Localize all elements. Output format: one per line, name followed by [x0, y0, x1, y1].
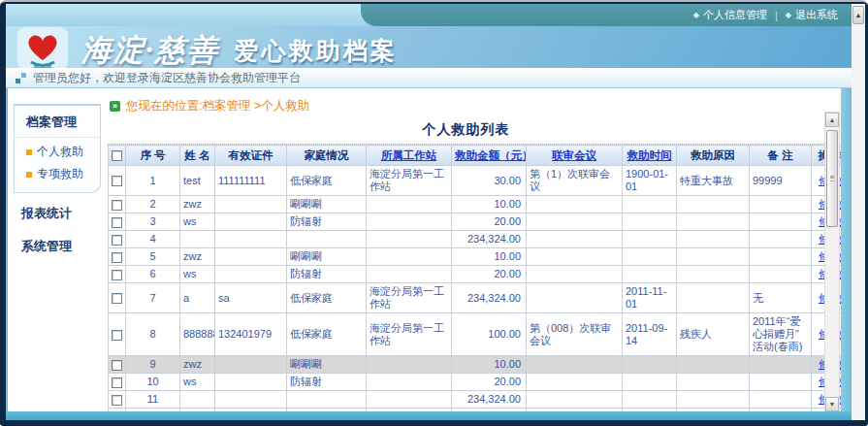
column-header: 备 注	[750, 146, 812, 166]
thumb-grip-icon	[830, 176, 834, 181]
cell-reason: 残疾人	[677, 313, 750, 356]
cell-no: 4	[126, 231, 180, 248]
cell-family	[287, 391, 367, 409]
cell-id	[215, 391, 287, 409]
cell-date	[623, 213, 677, 231]
column-header[interactable]: 所属工作站	[367, 146, 452, 166]
sidebar-item-personal-rescue[interactable]: 个人救助	[15, 138, 100, 160]
cell-no: 5	[126, 248, 180, 266]
profile-management-link[interactable]: ◆ 个人信息管理	[693, 8, 767, 22]
cell-date	[623, 196, 677, 213]
welcome-bar: 管理员您好，欢迎登录海淀区慈善协会救助管理平台	[6, 68, 852, 88]
row-checkbox[interactable]	[112, 330, 122, 341]
cell-family: 防辐射	[287, 213, 367, 231]
column-header[interactable]: 联审会议	[527, 146, 623, 166]
cell-meeting	[527, 248, 623, 266]
cell-name: ws	[180, 266, 215, 283]
main-content: » 您现在的位置:档案管理 >个人救助 个人救助列表 序 号姓 名有效证件家庭情…	[105, 88, 841, 412]
brand-title: 海淀·慈善	[81, 30, 219, 71]
column-header[interactable]: 救助时间	[623, 146, 677, 166]
profile-management-label: 个人信息管理	[703, 8, 767, 22]
page-scrollbar[interactable]: ▲	[852, 4, 865, 420]
cell-family: 低保家庭	[287, 166, 367, 196]
row-checkbox[interactable]	[112, 176, 122, 186]
cell-date	[623, 391, 677, 409]
row-checkbox[interactable]	[112, 360, 122, 371]
cell-reason	[677, 196, 750, 213]
table-scrollbar[interactable]: ▲ ▼	[824, 112, 840, 412]
page-scroll-up-icon[interactable]: ▲	[852, 6, 864, 24]
cell-amount: 20.00	[452, 266, 527, 283]
cell-amount: 20.00	[452, 374, 527, 391]
row-checkbox[interactable]	[112, 395, 122, 406]
cell-family: 防辐射	[287, 374, 367, 391]
cell-amount: 10.00	[452, 356, 527, 374]
sidebar-section-reports[interactable]: 报表统计	[8, 193, 105, 226]
welcome-squares-icon	[16, 73, 26, 83]
app-window: 海淀·慈善 爱心救助档案 ◆ 个人信息管理 | ◆ 退出系统 管理员您好，欢迎登…	[0, 0, 868, 426]
row-checkbox[interactable]	[112, 217, 122, 228]
cell-station: 海淀分局第一工作站	[367, 313, 452, 356]
cell-date	[623, 231, 677, 248]
sidebar-section-archive[interactable]: 档案管理	[15, 106, 100, 138]
scrollbar-thumb[interactable]	[826, 130, 838, 227]
window-frame-band	[841, 88, 852, 412]
cell-id	[215, 266, 287, 283]
cell-date	[623, 356, 677, 374]
row-checkbox[interactable]	[112, 252, 122, 263]
cell-id	[215, 231, 287, 248]
cell-name: zwz	[180, 356, 215, 374]
logout-link[interactable]: ◆ 退出系统	[786, 8, 838, 22]
cell-name: test	[180, 166, 215, 196]
cell-name: ws	[180, 213, 215, 231]
cell-meeting	[527, 356, 623, 374]
cell-name	[180, 231, 215, 248]
row-checkbox[interactable]	[112, 377, 122, 388]
cell-no: 9	[126, 356, 180, 374]
cell-reason	[677, 213, 750, 231]
cell-no: 7	[126, 283, 180, 313]
cell-note: 2011年“爱心捐赠月”活动(春雨)	[750, 313, 812, 356]
charity-heart-logo-icon	[17, 27, 68, 70]
cell-date	[623, 266, 677, 283]
cell-station	[367, 356, 452, 374]
cell-reason	[677, 231, 750, 248]
cell-family	[287, 231, 367, 248]
row-checkbox[interactable]	[112, 235, 122, 246]
cell-note	[750, 391, 812, 409]
cell-id	[215, 196, 287, 213]
column-header[interactable]: 救助金额（元）	[452, 146, 527, 166]
cell-amount: 234,324.00	[452, 231, 527, 248]
breadcrumb-arrow-icon: »	[110, 101, 120, 112]
row-checkbox[interactable]	[112, 200, 122, 211]
cell-station	[367, 196, 452, 213]
cell-date	[623, 374, 677, 391]
cell-amount: 10.00	[452, 248, 527, 266]
cell-note	[750, 266, 812, 283]
cell-meeting	[527, 196, 623, 213]
row-checkbox[interactable]	[112, 293, 122, 304]
cell-amount: 30.00	[452, 166, 527, 196]
scroll-up-icon[interactable]: ▲	[825, 113, 839, 127]
sidebar-section-system[interactable]: 系统管理	[8, 226, 105, 259]
cell-meeting: 第（008）次联审会议	[527, 313, 623, 356]
scroll-down-icon[interactable]: ▼	[825, 397, 839, 411]
cell-station	[367, 374, 452, 391]
table-row: 5zwz唰唰唰10.00修 改	[109, 248, 851, 266]
cell-reason	[677, 248, 750, 266]
row-checkbox[interactable]	[112, 270, 122, 280]
cell-id	[215, 213, 287, 231]
sidebar-archive-box: 档案管理 个人救助 专项救助	[14, 104, 101, 193]
table-row: 8888888132401979低保家庭海淀分局第一工作站100.00第（008…	[109, 313, 851, 356]
cell-station	[367, 248, 452, 266]
cell-reason: 特重大事故	[677, 166, 750, 196]
sidebar-item-special-rescue[interactable]: 专项救助	[15, 160, 100, 182]
cell-station	[367, 231, 452, 248]
cell-note: 99999	[750, 166, 812, 196]
cell-name: 888888	[180, 313, 215, 356]
window-bottom-band	[6, 411, 852, 420]
select-all-checkbox[interactable]	[112, 150, 122, 161]
page-title: 个人救助列表	[108, 121, 824, 139]
column-header: 家庭情况	[287, 146, 367, 166]
welcome-text: 管理员您好，欢迎登录海淀区慈善协会救助管理平台	[33, 70, 301, 86]
